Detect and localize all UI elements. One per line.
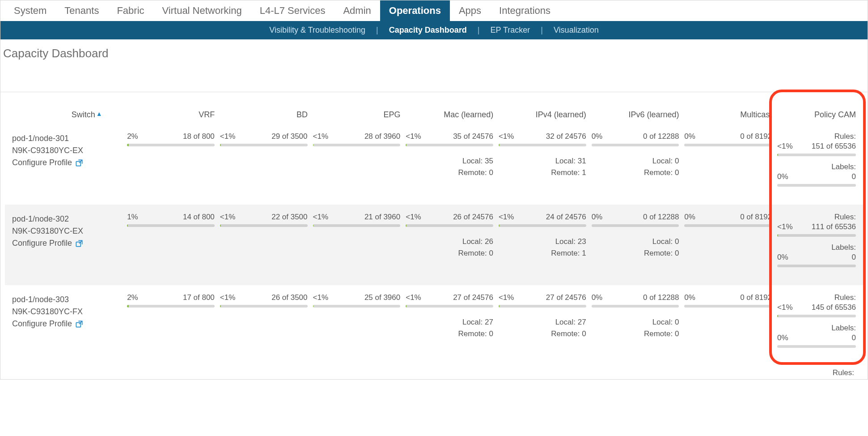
metric-cell-policy-cam: Rules:<1%111 of 65536Labels:0%0	[775, 213, 859, 274]
metric-local-remote: Local: 23Remote: 1	[499, 236, 586, 259]
table-row: pod-1/node-303N9K-C93180YC-FXConfigure P…	[5, 285, 863, 366]
column-header-label: Mac (learned)	[444, 110, 493, 119]
metric-cell-ipv6: 0%0 of 12288Local: 0Remote: 0	[589, 132, 682, 194]
configure-profile-label: Configure Profile	[12, 158, 72, 167]
column-header-ipv6[interactable]: IPv6 (learned)	[589, 110, 682, 120]
metric-bar	[592, 305, 679, 308]
metric-cell-vrf: 1%14 of 800	[124, 213, 217, 274]
configure-profile-link[interactable]: Configure Profile	[12, 155, 122, 167]
sub-nav: Visibility & Troubleshooting|Capacity Da…	[0, 21, 868, 39]
metric-cell-epg: <1%25 of 3960	[310, 293, 403, 355]
tab-operations[interactable]: Operations	[380, 0, 450, 21]
metric-local-remote: Local: 35Remote: 0	[406, 155, 493, 178]
metric-bar	[777, 265, 856, 267]
column-header-vrf[interactable]: VRF	[125, 110, 218, 120]
subnav-capacity-dashboard[interactable]: Capacity Dashboard	[384, 24, 472, 37]
metric-bar	[406, 305, 493, 308]
metric-cell-bd: <1%29 of 3500	[217, 132, 310, 194]
metric-local-remote: Local: 27Remote: 0	[499, 316, 586, 339]
metric-bar	[313, 305, 401, 308]
metric-bar	[406, 144, 493, 146]
metric-count: 0	[852, 253, 856, 262]
metric-count: 18 of 800	[183, 132, 215, 141]
metric-percent: <1%	[499, 132, 514, 141]
metric-count: 26 of 24576	[453, 213, 493, 222]
metric-bar	[777, 315, 856, 317]
metric-bar	[684, 144, 772, 146]
switch-name: pod-1/node-303	[12, 293, 122, 304]
column-header-label: IPv4 (learned)	[536, 110, 586, 119]
configure-profile-link[interactable]: Configure Profile	[12, 236, 122, 248]
metric-bar	[127, 305, 215, 308]
metric-cell-multicast: 0%0 of 8192	[682, 213, 775, 274]
column-header-ipv4[interactable]: IPv4 (learned)	[496, 110, 589, 120]
metric-percent: 0%	[684, 132, 695, 141]
tab-l4-l7-services[interactable]: L4-L7 Services	[251, 0, 334, 21]
metric-local-remote: Local: 26Remote: 0	[406, 236, 493, 259]
metric-percent: <1%	[313, 213, 329, 222]
metric-cell-policy-cam: Rules:<1%151 of 65536Labels:0%0	[775, 132, 859, 194]
metric-count: 24 of 24576	[546, 213, 586, 222]
table-row: pod-1/node-302N9K-C93180YC-EXConfigure P…	[5, 205, 863, 285]
metric-percent: 0%	[777, 172, 788, 181]
column-header-epg[interactable]: EPG	[310, 110, 403, 120]
metric-count: 0	[852, 172, 856, 181]
tab-system[interactable]: System	[5, 0, 55, 21]
metric-percent: <1%	[777, 142, 793, 151]
tab-fabric[interactable]: Fabric	[108, 0, 153, 21]
tab-apps[interactable]: Apps	[450, 0, 490, 21]
metric-count: 35 of 24576	[453, 132, 493, 141]
metric-count: 27 of 24576	[453, 293, 493, 302]
metric-cell-ipv4: <1%24 of 24576Local: 23Remote: 1	[496, 213, 589, 274]
switch-model: N9K-C93180YC-EX	[12, 224, 122, 236]
tab-virtual-networking[interactable]: Virtual Networking	[153, 0, 251, 21]
column-header-label: IPv6 (learned)	[628, 110, 679, 119]
subnav-ep-tracker[interactable]: EP Tracker	[485, 24, 536, 37]
metric-percent: 0%	[777, 253, 788, 262]
metric-bar	[777, 345, 856, 348]
app-root: SystemTenantsFabricVirtual NetworkingL4-…	[0, 0, 868, 380]
data-rows: pod-1/node-301N9K-C93180YC-EXConfigure P…	[5, 124, 863, 366]
column-header-bd[interactable]: BD	[217, 110, 310, 120]
column-header-label: EPG	[384, 110, 401, 119]
metric-count: 0 of 8192	[740, 132, 772, 141]
metric-bar	[313, 144, 401, 146]
switch-name: pod-1/node-301	[12, 132, 122, 143]
tab-integrations[interactable]: Integrations	[490, 0, 559, 21]
metric-bar	[684, 224, 772, 227]
metric-bar	[777, 154, 856, 156]
subnav-visualization[interactable]: Visualization	[548, 24, 604, 37]
metric-cell-mac: <1%27 of 24576Local: 27Remote: 0	[403, 293, 496, 355]
tab-admin[interactable]: Admin	[334, 0, 380, 21]
metric-percent: 0%	[592, 132, 603, 141]
column-header-switch[interactable]: Switch▲	[9, 110, 125, 120]
metric-cell-bd: <1%22 of 3500	[217, 213, 310, 274]
popout-icon	[75, 320, 84, 329]
metric-count: 25 of 3960	[364, 293, 400, 302]
subnav-visibility-troubleshooting[interactable]: Visibility & Troubleshooting	[264, 24, 371, 37]
metric-local-remote: Local: 0Remote: 0	[592, 236, 679, 259]
metric-cell-vrf: 2%18 of 800	[124, 132, 217, 194]
column-header-mac[interactable]: Mac (learned)	[403, 110, 496, 120]
tab-tenants[interactable]: Tenants	[55, 0, 108, 21]
metric-percent: <1%	[220, 293, 236, 302]
subnav-separator: |	[535, 26, 548, 35]
metric-count: 14 of 800	[183, 213, 215, 222]
metric-local-remote: Local: 0Remote: 0	[592, 155, 679, 178]
metric-count: 0 of 12288	[643, 132, 679, 141]
column-header-policy[interactable]: Policy CAM	[775, 110, 859, 120]
metric-count: 151 of 65536	[812, 142, 856, 151]
metric-count: 0 of 12288	[643, 213, 679, 222]
configure-profile-link[interactable]: Configure Profile	[12, 316, 122, 329]
metric-cell-ipv6: 0%0 of 12288Local: 0Remote: 0	[589, 213, 682, 274]
metric-bar	[499, 144, 586, 146]
metric-cell-epg: <1%21 of 3960	[310, 213, 403, 274]
metric-count: 0 of 8192	[740, 293, 772, 302]
column-header-multicast[interactable]: Multicast	[682, 110, 775, 120]
metric-percent: 2%	[127, 293, 138, 302]
subnav-separator: |	[371, 26, 384, 35]
footer-rules-label: Rules:	[5, 366, 863, 379]
metric-cell-ipv4: <1%32 of 24576Local: 31Remote: 1	[496, 132, 589, 194]
metric-percent: <1%	[406, 213, 421, 222]
metric-bar	[313, 224, 401, 227]
